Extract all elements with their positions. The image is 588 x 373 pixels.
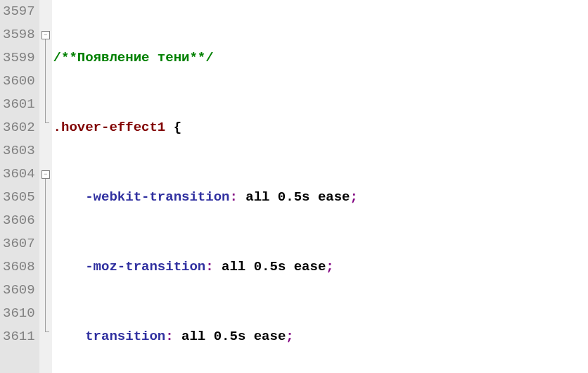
line-number: 3610 — [3, 302, 35, 325]
code-editor: 3597 3598 3599 3600 3601 3602 3603 3604 … — [0, 0, 588, 373]
code-line: .hover-effect1 { — [53, 116, 358, 139]
fold-toggle-icon[interactable]: − — [41, 170, 50, 179]
line-number: 3606 — [3, 209, 35, 232]
line-number: 3604 — [3, 163, 35, 186]
line-number: 3609 — [3, 279, 35, 302]
line-number: 3600 — [3, 70, 35, 93]
fold-toggle-icon[interactable]: − — [41, 31, 50, 39]
line-number: 3599 — [3, 46, 35, 70]
line-number-gutter: 3597 3598 3599 3600 3601 3602 3603 3604 … — [0, 0, 39, 373]
line-number: 3607 — [3, 232, 35, 255]
line-number: 3603 — [3, 139, 35, 163]
fold-gutter: − − — [39, 0, 52, 373]
line-number: 3598 — [3, 23, 35, 46]
code-area[interactable]: /**Появление тени**/ .hover-effect1 { -w… — [52, 0, 358, 373]
line-number: 3608 — [3, 255, 35, 279]
code-line: /**Появление тени**/ — [53, 46, 358, 70]
line-number: 3597 — [3, 0, 35, 23]
code-line: -webkit-transition: all 0.5s ease; — [53, 186, 358, 209]
line-number: 3605 — [3, 186, 35, 209]
line-number: 3602 — [3, 116, 35, 139]
code-line: transition: all 0.5s ease; — [53, 325, 358, 348]
line-number: 3611 — [3, 325, 35, 348]
line-number: 3601 — [3, 93, 35, 116]
code-line: -moz-transition: all 0.5s ease; — [53, 255, 358, 279]
